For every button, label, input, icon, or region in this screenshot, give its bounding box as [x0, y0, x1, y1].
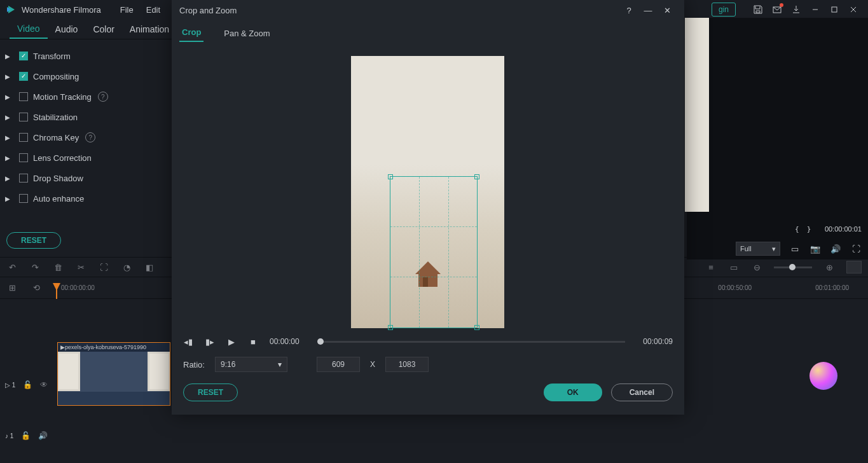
markers-icon[interactable]: ≡ — [705, 261, 717, 273]
zoom-out-icon[interactable]: ⊖ — [751, 261, 762, 273]
width-input[interactable] — [317, 357, 360, 372]
crop-handle-br[interactable] — [474, 325, 479, 330]
delete-icon[interactable]: 🗑 — [52, 261, 64, 273]
panel-row-stabilization[interactable]: ▶Stabilization — [5, 107, 167, 127]
info-icon[interactable]: ? — [98, 92, 108, 102]
tab-video[interactable]: Video — [10, 20, 48, 39]
zoom-in-icon[interactable]: ⊕ — [823, 261, 835, 273]
chevron-right-icon[interactable]: ▶ — [5, 134, 14, 141]
checkbox-chroma-key[interactable] — [19, 133, 28, 142]
checkbox-stabilization[interactable] — [19, 113, 28, 121]
tab-pan-zoom[interactable]: Pan & Zoom — [221, 25, 272, 42]
crop-handle-tl[interactable] — [388, 174, 393, 179]
tab-audio[interactable]: Audio — [48, 20, 86, 38]
fullscreen-icon[interactable]: ⛶ — [850, 243, 862, 254]
color-icon[interactable]: ◧ — [144, 261, 155, 273]
checkbox-auto-enhance[interactable] — [19, 194, 28, 203]
lock-icon[interactable]: 🔓 — [21, 431, 31, 440]
panel-row-motion-tracking[interactable]: ▶Motion Tracking? — [5, 86, 167, 107]
volume-icon[interactable]: 🔊 — [830, 243, 841, 254]
preview-timecode: 00:00:00:01 — [825, 225, 862, 233]
link-icon[interactable]: ⟲ — [31, 282, 42, 294]
tab-crop[interactable]: Crop — [179, 24, 203, 42]
mark-in-icon[interactable]: { — [795, 225, 799, 233]
wondershare-fab-icon[interactable] — [809, 362, 837, 390]
crop-handle-tr[interactable] — [474, 174, 479, 179]
ratio-select[interactable]: 9:16▾ — [215, 357, 287, 372]
ok-button[interactable]: OK — [544, 384, 602, 401]
close-icon[interactable] — [844, 0, 863, 19]
tab-animation[interactable]: Animation — [122, 20, 177, 38]
panel-row-drop-shadow[interactable]: ▶Drop Shadow — [5, 168, 167, 188]
chevron-right-icon[interactable]: ▶ — [5, 175, 14, 182]
save-icon[interactable] — [748, 0, 768, 19]
chevron-right-icon[interactable]: ▶ — [5, 93, 14, 100]
eye-icon[interactable]: 👁 — [40, 380, 48, 389]
quality-select[interactable]: Full▾ — [736, 242, 780, 256]
preview-controls: Full▾ ▭ 📷 🔊 ⛶ — [687, 239, 868, 258]
redo-icon[interactable]: ↷ — [29, 261, 41, 273]
display-icon[interactable]: ▭ — [789, 243, 801, 254]
fit-icon[interactable]: ▭ — [728, 261, 740, 273]
cancel-button[interactable]: Cancel — [611, 384, 673, 401]
panel-row-auto-enhance[interactable]: ▶Auto enhance — [5, 188, 167, 209]
panel-row-lens-correction[interactable]: ▶Lens Correction — [5, 148, 167, 168]
side-reset-button[interactable]: RESET — [6, 232, 61, 249]
dimension-x-label: X — [370, 360, 375, 369]
chevron-right-icon[interactable]: ▶ — [5, 73, 14, 80]
chevron-right-icon[interactable]: ▶ — [5, 114, 14, 121]
cut-icon[interactable]: ✂ — [75, 261, 86, 273]
stop-icon[interactable]: ■ — [248, 336, 258, 347]
prev-frame-icon[interactable]: ◂▮ — [183, 336, 193, 347]
snapshot-icon[interactable]: 📷 — [809, 243, 821, 254]
next-frame-icon[interactable]: ▮▸ — [205, 336, 215, 347]
undo-icon[interactable]: ↶ — [6, 261, 18, 273]
checkbox-transform[interactable] — [19, 52, 28, 60]
maximize-icon[interactable] — [825, 0, 844, 19]
play-time-end: 00:00:09 — [643, 337, 673, 346]
menu-file[interactable]: File — [120, 5, 134, 15]
dialog-buttons: RESET OK Cancel — [172, 382, 684, 403]
crop-rectangle[interactable] — [390, 176, 478, 328]
tab-color[interactable]: Color — [85, 20, 121, 38]
info-icon[interactable]: ? — [85, 132, 95, 142]
ruler-tick: 00:00:00:00 — [61, 284, 95, 291]
login-button[interactable]: gin — [712, 3, 736, 17]
download-icon[interactable] — [787, 0, 806, 19]
video-properties-panel: ▶Transform ▶Compositing ▶Motion Tracking… — [0, 39, 172, 251]
dialog-reset-button[interactable]: RESET — [183, 384, 238, 401]
chevron-right-icon[interactable]: ▶ — [5, 195, 14, 202]
dialog-tabs: Crop Pan & Zoom — [172, 20, 684, 42]
mail-icon[interactable] — [768, 0, 787, 19]
menu-edit[interactable]: Edit — [146, 5, 160, 15]
zoom-slider[interactable] — [774, 266, 812, 268]
panel-row-compositing[interactable]: ▶Compositing — [5, 66, 167, 86]
checkbox-motion-tracking[interactable] — [19, 92, 28, 101]
checkbox-drop-shadow[interactable] — [19, 174, 28, 183]
chevron-right-icon[interactable]: ▶ — [5, 155, 14, 162]
playback-slider[interactable] — [317, 341, 626, 343]
panel-row-chroma-key[interactable]: ▶Chroma Key? — [5, 127, 167, 148]
add-track-icon[interactable]: ⊞ — [6, 282, 18, 294]
clip-audio-wave — [58, 391, 170, 405]
minimize-icon[interactable] — [806, 0, 825, 19]
lock-icon[interactable]: 🔓 — [23, 380, 32, 389]
panel-row-transform[interactable]: ▶Transform — [5, 46, 167, 66]
ruler-tick: 00:01:00:00 — [815, 284, 849, 291]
height-input[interactable] — [385, 357, 429, 372]
checkbox-compositing[interactable] — [19, 72, 28, 81]
speed-icon[interactable]: ◔ — [121, 261, 132, 273]
crop-icon[interactable]: ⛶ — [98, 261, 109, 273]
view-toggle[interactable] — [846, 261, 862, 273]
crop-preview-canvas[interactable] — [351, 56, 504, 328]
crop-handle-bl[interactable] — [388, 325, 393, 330]
minimize-icon[interactable]: — — [638, 1, 658, 20]
mark-out-icon[interactable]: } — [807, 225, 811, 233]
close-icon[interactable]: ✕ — [658, 1, 677, 20]
checkbox-lens-correction[interactable] — [19, 153, 28, 162]
play-icon[interactable]: ▶ — [226, 336, 237, 347]
video-clip[interactable]: ▶ pexels-olya-kobruseva-5791990 — [57, 342, 170, 406]
chevron-right-icon[interactable]: ▶ — [5, 53, 14, 60]
speaker-icon[interactable]: 🔊 — [38, 431, 48, 440]
help-icon[interactable]: ? — [619, 1, 638, 20]
